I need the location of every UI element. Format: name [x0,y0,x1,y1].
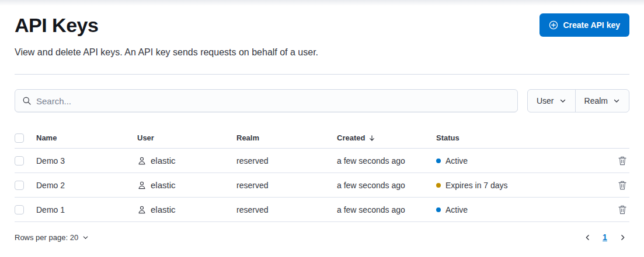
trash-icon [618,156,627,166]
status-dot [436,207,441,212]
create-api-key-button[interactable]: Create API key [539,13,629,37]
api-key-created: a few seconds ago [337,156,436,166]
status-dot [436,183,441,188]
select-row-checkbox[interactable] [15,205,24,214]
select-all-checkbox[interactable] [15,133,24,143]
filter-group: User Realm [527,89,629,112]
api-key-realm: reserved [236,156,337,166]
column-header-created[interactable]: Created [337,133,436,142]
api-key-name: Demo 2 [36,181,137,190]
pagination: 1 [580,230,629,244]
api-key-name: Demo 3 [36,156,137,166]
header-divider [15,74,629,75]
previous-page-button[interactable] [580,230,594,244]
chevron-down-icon [82,234,89,241]
column-header-name[interactable]: Name [36,133,137,142]
api-key-realm: reserved [236,205,337,214]
select-row-checkbox[interactable] [15,156,24,166]
trash-icon [618,181,627,190]
filter-user-label: User [537,96,554,105]
api-key-status: Expires in 7 days [436,181,613,190]
api-key-realm: reserved [236,181,337,190]
column-header-realm[interactable]: Realm [236,133,337,142]
filter-realm-button[interactable]: Realm [576,90,629,112]
delete-api-key-button[interactable] [615,154,629,168]
api-key-status: Active [436,205,613,214]
sort-descending-icon [368,135,375,142]
delete-api-key-button[interactable] [615,203,629,217]
chevron-left-icon [584,234,591,241]
api-keys-page: API Keys Create API key View and delete … [0,13,644,244]
api-key-created: a few seconds ago [337,181,436,190]
rows-per-page-button[interactable]: Rows per page: 20 [15,233,89,242]
filter-user-button[interactable]: User [528,90,576,112]
chevron-down-icon [613,97,620,104]
api-key-name: Demo 1 [36,205,137,214]
column-header-status[interactable]: Status [436,133,613,142]
table-header-row: Name User Realm Created Status [15,128,629,149]
api-key-user: elastic [137,180,236,190]
search-box[interactable] [15,89,518,112]
status-dot [436,159,441,163]
api-key-user: elastic [137,156,236,166]
search-icon [22,96,32,105]
plus-circle-icon [549,20,558,30]
page-subtitle: View and delete API keys. An API key sen… [15,45,629,59]
select-row-checkbox[interactable] [15,181,24,190]
filter-realm-label: Realm [584,96,608,105]
page-1-button[interactable]: 1 [598,230,612,244]
chevron-right-icon [619,234,626,241]
user-icon [137,205,147,214]
user-icon [137,181,147,190]
page-header: API Keys Create API key [15,13,629,37]
next-page-button[interactable] [615,230,629,244]
table-row: Demo 3 elastic reserved a few seconds ag… [15,149,629,173]
page-title: API Keys [15,13,98,37]
user-icon [137,156,147,166]
trash-icon [618,205,627,214]
api-key-status: Active [436,156,613,166]
table-footer: Rows per page: 20 1 [15,230,629,244]
search-input[interactable] [36,96,510,106]
table-row: Demo 1 elastic reserved a few seconds ag… [15,198,629,222]
api-key-user: elastic [137,205,236,214]
api-key-created: a few seconds ago [337,205,436,214]
delete-api-key-button[interactable] [615,178,629,192]
create-api-key-label: Create API key [563,20,620,30]
api-keys-table: Name User Realm Created Status [15,128,629,222]
chevron-down-icon [559,97,566,104]
column-header-user[interactable]: User [137,133,236,142]
rows-per-page-label: Rows per page: 20 [15,233,78,242]
controls-bar: User Realm [15,89,629,112]
table-row: Demo 2 elastic reserved a few seconds ag… [15,173,629,198]
top-edge-shadow [0,0,644,6]
table-body: Demo 3 elastic reserved a few seconds ag… [15,149,629,222]
